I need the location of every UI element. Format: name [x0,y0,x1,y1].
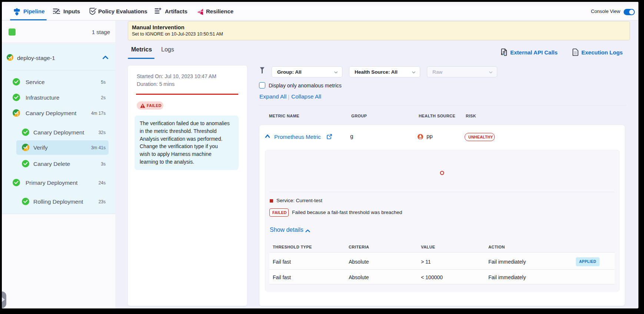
svg-text:API: API [501,53,505,56]
